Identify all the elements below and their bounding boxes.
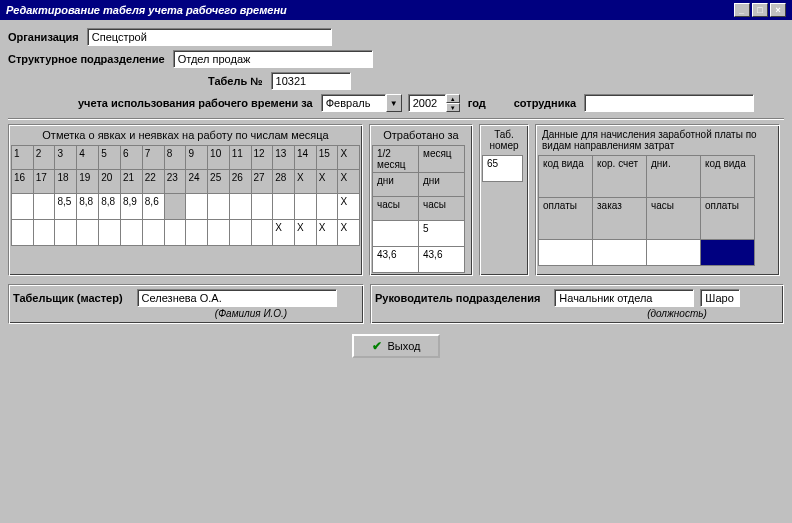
attendance-cell[interactable]: 24	[186, 170, 208, 194]
worked-cell[interactable]: 5	[419, 221, 465, 247]
attendance-cell[interactable]	[77, 220, 99, 246]
employee-input[interactable]	[584, 94, 754, 112]
attendance-cell[interactable]: X	[338, 146, 360, 170]
worked-cell[interactable]: месяц	[419, 146, 465, 173]
pay-grid[interactable]: код видакор. счетдни.код видаоплатызаказ…	[538, 155, 755, 266]
attendance-cell[interactable]	[273, 194, 295, 220]
year-spinner[interactable]	[408, 94, 446, 112]
attendance-cell[interactable]: 14	[294, 146, 316, 170]
attendance-cell[interactable]: X	[316, 220, 338, 246]
attendance-cell[interactable]	[251, 194, 273, 220]
attendance-cell[interactable]	[186, 220, 208, 246]
attendance-cell[interactable]: 13	[273, 146, 295, 170]
worked-cell[interactable]: дни	[373, 173, 419, 197]
attendance-cell[interactable]	[208, 194, 230, 220]
attendance-cell[interactable]	[12, 194, 34, 220]
attendance-cell[interactable]: 17	[33, 170, 55, 194]
close-icon[interactable]: ×	[770, 3, 786, 17]
attendance-cell[interactable]: 16	[12, 170, 34, 194]
attendance-cell[interactable]: 23	[164, 170, 186, 194]
attendance-cell[interactable]: 27	[251, 170, 273, 194]
attendance-cell[interactable]	[142, 220, 164, 246]
worked-cell[interactable]: часы	[373, 197, 419, 221]
sign-right-input[interactable]	[554, 289, 694, 307]
pay-cell[interactable]	[539, 240, 593, 266]
attendance-cell[interactable]: X	[273, 220, 295, 246]
maximize-icon[interactable]: □	[752, 3, 768, 17]
attendance-cell[interactable]: X	[294, 170, 316, 194]
spin-up-icon[interactable]: ▲	[446, 94, 460, 103]
worked-grid[interactable]: 1/2 месяцмесяцднидничасычасы5543,643,6	[372, 145, 465, 273]
attendance-cell[interactable]: 19	[77, 170, 99, 194]
attendance-cell[interactable]	[99, 220, 121, 246]
attendance-cell[interactable]	[208, 220, 230, 246]
attendance-cell[interactable]	[294, 194, 316, 220]
attendance-cell[interactable]: X	[338, 220, 360, 246]
pay-cell[interactable]: заказ	[593, 198, 647, 240]
minimize-icon[interactable]: _	[734, 3, 750, 17]
attendance-cell[interactable]: 9	[186, 146, 208, 170]
attendance-cell[interactable]: 10	[208, 146, 230, 170]
attendance-cell[interactable]: 11	[229, 146, 251, 170]
chevron-down-icon[interactable]: ▼	[386, 94, 402, 112]
tabel-no-input[interactable]	[271, 72, 351, 90]
attendance-cell[interactable]	[164, 194, 186, 220]
org-input[interactable]	[87, 28, 332, 46]
attendance-cell[interactable]: 8,5	[55, 194, 77, 220]
attendance-cell[interactable]	[120, 220, 142, 246]
spin-down-icon[interactable]: ▼	[446, 103, 460, 112]
pay-cell[interactable]	[647, 240, 701, 266]
attendance-cell[interactable]	[12, 220, 34, 246]
attendance-cell[interactable]: 25	[208, 170, 230, 194]
attendance-grid[interactable]: 123456789101112131415X161718192021222324…	[11, 145, 360, 246]
attendance-cell[interactable]: 8,8	[77, 194, 99, 220]
worked-cell[interactable]: 1/2 месяц	[373, 146, 419, 173]
attendance-cell[interactable]: 26	[229, 170, 251, 194]
tabno-grid[interactable]: 65	[482, 155, 523, 182]
worked-cell[interactable]: дни	[419, 173, 465, 197]
attendance-cell[interactable]	[229, 220, 251, 246]
attendance-cell[interactable]: 5	[99, 146, 121, 170]
attendance-cell[interactable]: 7	[142, 146, 164, 170]
attendance-cell[interactable]	[251, 220, 273, 246]
attendance-cell[interactable]: 8,6	[142, 194, 164, 220]
attendance-cell[interactable]: 21	[120, 170, 142, 194]
sign-extra-input[interactable]	[700, 289, 740, 307]
attendance-cell[interactable]: X	[294, 220, 316, 246]
attendance-cell[interactable]	[33, 194, 55, 220]
attendance-cell[interactable]: 1	[12, 146, 34, 170]
attendance-cell[interactable]	[316, 194, 338, 220]
attendance-cell[interactable]: 28	[273, 170, 295, 194]
worked-cell[interactable]: часы	[419, 197, 465, 221]
month-combo[interactable]	[321, 94, 386, 112]
worked-cell[interactable]: 43,6	[419, 247, 465, 273]
pay-cell[interactable]: дни.	[647, 156, 701, 198]
attendance-cell[interactable]: X	[316, 170, 338, 194]
attendance-cell[interactable]: X	[338, 170, 360, 194]
pay-cell[interactable]: код вида	[701, 156, 755, 198]
sign-left-input[interactable]	[137, 289, 337, 307]
pay-cell[interactable]: оплаты	[539, 198, 593, 240]
exit-button[interactable]: ✔ Выход	[352, 334, 441, 358]
attendance-cell[interactable]: 12	[251, 146, 273, 170]
worked-cell[interactable]: 43,6	[373, 247, 419, 273]
attendance-cell[interactable]	[55, 220, 77, 246]
attendance-cell[interactable]: 15	[316, 146, 338, 170]
attendance-cell[interactable]: 6	[120, 146, 142, 170]
attendance-cell[interactable]: 8	[164, 146, 186, 170]
pay-cell[interactable]: код вида	[539, 156, 593, 198]
dept-input[interactable]	[173, 50, 373, 68]
attendance-cell[interactable]	[164, 220, 186, 246]
attendance-cell[interactable]: 22	[142, 170, 164, 194]
attendance-cell[interactable]: 20	[99, 170, 121, 194]
attendance-cell[interactable]: 8,8	[99, 194, 121, 220]
pay-cell[interactable]	[593, 240, 647, 266]
attendance-cell[interactable]: 4	[77, 146, 99, 170]
attendance-cell[interactable]: 18	[55, 170, 77, 194]
worked-cell[interactable]: 5	[373, 221, 419, 247]
tabno-value[interactable]: 65	[483, 156, 523, 182]
pay-cell[interactable]	[701, 240, 755, 266]
attendance-cell[interactable]	[33, 220, 55, 246]
attendance-cell[interactable]: 8,9	[120, 194, 142, 220]
attendance-cell[interactable]	[229, 194, 251, 220]
